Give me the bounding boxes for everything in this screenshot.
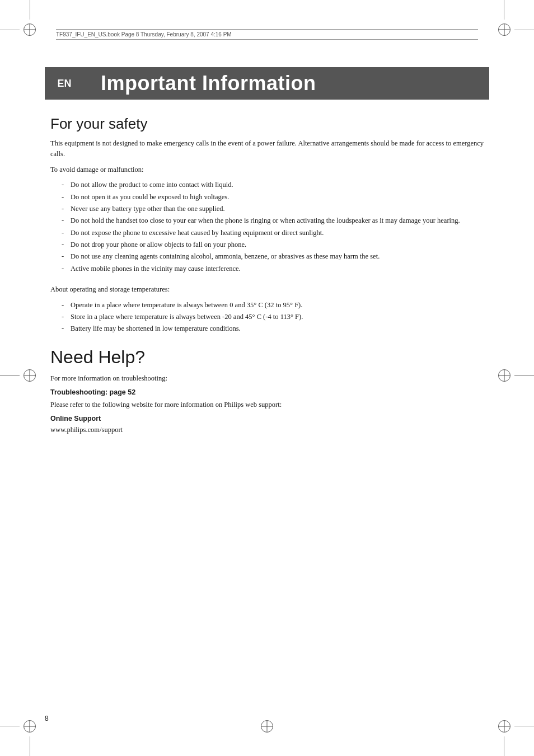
list-item: Do not expose the phone to excessive hea… xyxy=(62,228,484,238)
crop-mark-bot-right-h xyxy=(514,726,534,726)
crop-mark-mid-right xyxy=(514,375,534,376)
need-help-intro: For more information on troubleshooting: xyxy=(50,373,484,384)
support-url: www.philips.com/support xyxy=(50,426,484,434)
crop-mark-top-right-h xyxy=(514,30,534,30)
need-help-title: Need Help? xyxy=(50,347,484,368)
list-item: Never use any battery type other than th… xyxy=(62,204,484,214)
registration-mark-bot-left xyxy=(24,720,36,732)
list-item: Active mobile phones in the vicinity may… xyxy=(62,264,484,274)
registration-mark-mid-right xyxy=(498,369,510,382)
registration-mark-mid-left xyxy=(24,369,36,382)
avoid-list: Do not allow the product to come into co… xyxy=(62,180,484,274)
crop-mark-bot-left-h xyxy=(0,726,20,726)
registration-mark-bot-right xyxy=(498,720,510,732)
avoid-intro-text: To avoid damage or malfunction: xyxy=(50,165,484,175)
crop-mark-bot-right-v xyxy=(504,736,504,756)
content-area: For your safety This equipment is not de… xyxy=(45,115,489,434)
registration-mark-top-right xyxy=(498,24,510,36)
safety-section-title: For your safety xyxy=(50,115,484,133)
page-number: 8 xyxy=(45,715,49,722)
header-section: EN Important Information xyxy=(45,67,489,100)
title-bar: Important Information xyxy=(84,67,489,100)
crop-mark-mid-left xyxy=(0,375,20,376)
list-item: Do not allow the product to come into co… xyxy=(62,180,484,190)
list-item: Store in a place where temperature is al… xyxy=(62,312,484,322)
website-intro: Please refer to the following website fo… xyxy=(50,400,484,410)
main-title: Important Information xyxy=(101,72,316,95)
list-item: Operate in a place where temperature is … xyxy=(62,300,484,311)
crop-mark-top-left-v xyxy=(30,0,30,20)
storage-list: Operate in a place where temperature is … xyxy=(62,300,484,335)
storage-intro-text: About operating and storage temperatures… xyxy=(50,284,484,295)
online-support-label: Online Support xyxy=(50,415,484,422)
file-info-bar: TF937_IFU_EN_US.book Page 8 Thursday, Fe… xyxy=(56,29,478,40)
crop-mark-top-left-h xyxy=(0,30,20,30)
language-badge: EN xyxy=(45,67,84,100)
crop-mark-top-right-v xyxy=(504,0,504,20)
list-item: Do not drop your phone or allow objects … xyxy=(62,240,484,250)
safety-intro-text: This equipment is not designed to make e… xyxy=(50,138,484,160)
page: TF937_IFU_EN_US.book Page 8 Thursday, Fe… xyxy=(0,0,534,756)
troubleshooting-label: Troubleshooting: page 52 xyxy=(50,388,484,396)
registration-mark-top-left xyxy=(24,24,36,36)
list-item: Do not use any cleaning agents containin… xyxy=(62,251,484,262)
list-item: Do not open it as you could be exposed t… xyxy=(62,192,484,203)
list-item: Battery life may be shortened in low tem… xyxy=(62,323,484,334)
registration-mark-bot-center xyxy=(261,720,273,732)
crop-mark-bot-left-v xyxy=(30,736,30,756)
file-info-text: TF937_IFU_EN_US.book Page 8 Thursday, Fe… xyxy=(56,31,232,37)
list-item: Do not hold the handset too close to you… xyxy=(62,215,484,226)
